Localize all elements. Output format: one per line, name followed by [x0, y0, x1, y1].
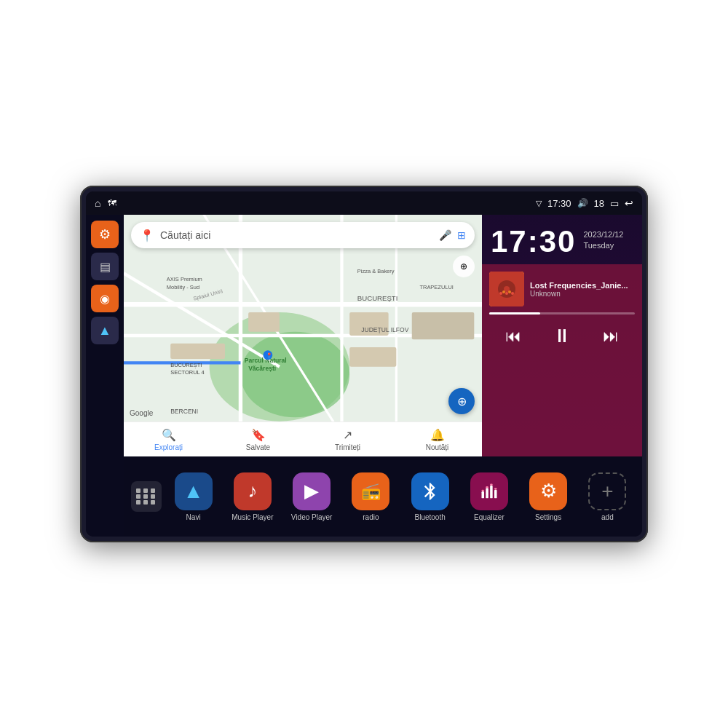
svg-rect-13 — [170, 344, 225, 359]
right-panel: 17:30 2023/12/12 Tuesday — [482, 215, 642, 456]
maps-status-icon[interactable]: 🗺 — [108, 198, 116, 208]
svg-text:AXIS Premium: AXIS Premium — [167, 276, 202, 282]
app-bluetooth[interactable]: Bluetooth — [403, 472, 457, 521]
video-player-label: Video Player — [291, 513, 333, 521]
apps-icon: ▤ — [100, 260, 111, 274]
svg-point-36 — [508, 290, 511, 293]
svg-text:Mobility - Sud: Mobility - Sud — [167, 284, 199, 290]
all-apps-button[interactable] — [131, 481, 162, 512]
home-icon[interactable]: ⌂ — [95, 197, 100, 209]
svg-point-2 — [240, 332, 349, 418]
music-player-label: Music Player — [232, 513, 273, 521]
saved-label: Salvate — [246, 443, 270, 451]
music-progress-bar[interactable] — [489, 312, 635, 314]
mic-icon[interactable]: 🎤 — [439, 229, 451, 241]
svg-text:SECTORUL 4: SECTORUL 4 — [170, 369, 205, 376]
battery-number: 18 — [594, 198, 604, 209]
clock-time: 17:30 — [491, 226, 576, 257]
svg-rect-39 — [486, 488, 488, 498]
svg-text:BUCUREȘTI: BUCUREȘTI — [357, 294, 398, 302]
map-nav-send[interactable]: ↗ Trimiteți — [303, 428, 392, 451]
map-nav-news[interactable]: 🔔 Noutăți — [392, 428, 482, 451]
video-player-icon: ▶ — [304, 480, 319, 502]
sidebar-nav-btn[interactable]: ▲ — [91, 317, 119, 344]
navi-icon-box: ▲ — [175, 472, 213, 510]
saved-icon: 🔖 — [251, 428, 266, 442]
prev-button[interactable]: ⏮ — [499, 324, 527, 349]
map-nav-explore[interactable]: 🔍 Explorați — [124, 428, 213, 451]
sidebar-apps-btn[interactable]: ▤ — [91, 253, 119, 280]
svg-point-35 — [505, 292, 508, 295]
radio-label: radio — [363, 513, 379, 521]
app-grid-section: ▲ Navi ♪ Music Player ▶ — [124, 456, 642, 537]
grid-dots-icon — [136, 488, 157, 505]
bluetooth-label: Bluetooth — [414, 513, 445, 521]
explore-icon: 🔍 — [162, 428, 176, 442]
svg-text:BERCENI: BERCENI — [170, 408, 198, 415]
next-button[interactable]: ⏭ — [597, 324, 625, 349]
svg-rect-40 — [490, 485, 493, 498]
status-right: ▽ 17:30 🔊 18 ▭ ↩ — [536, 197, 633, 209]
add-icon-box: + — [588, 472, 626, 510]
music-player-icon: ♪ — [248, 480, 257, 502]
app-settings[interactable]: ⚙ Settings — [521, 472, 576, 521]
svg-text:TRAPEZULUI: TRAPEZULUI — [419, 284, 453, 290]
sidebar-map-btn[interactable]: ◉ — [91, 285, 119, 312]
music-player-icon-box: ♪ — [234, 472, 272, 510]
add-label: add — [601, 513, 614, 521]
svg-point-37 — [511, 292, 514, 295]
pause-button[interactable]: ⏸ — [547, 322, 577, 350]
map-svg: BUCUREȘTI JUDEȚUL ILFOV BERCENI BUCUREȘT… — [124, 215, 482, 456]
app-radio[interactable]: 📻 radio — [344, 472, 398, 521]
map-bottom-nav: 🔍 Explorați 🔖 Salvate ↗ Trimiteți — [124, 422, 482, 456]
target-icon: ⊕ — [457, 395, 467, 408]
device-frame: ⌂ 🗺 ▽ 17:30 🔊 18 ▭ ↩ ⚙ ▤ — [80, 186, 648, 542]
location-fab-btn[interactable]: ⊕ — [448, 388, 475, 414]
news-label: Noutăți — [426, 443, 449, 451]
music-info: Lost Frequencies_Janie... Unknown — [489, 272, 635, 306]
equalizer-label: Equalizer — [474, 513, 505, 521]
status-time: 17:30 — [547, 198, 571, 209]
bluetooth-icon-box — [411, 472, 449, 510]
app-music-player[interactable]: ♪ Music Player — [225, 472, 280, 521]
svg-rect-38 — [481, 491, 484, 498]
search-input-text[interactable]: Căutați aici — [160, 229, 433, 241]
settings-label: Settings — [535, 513, 561, 521]
album-art — [489, 272, 524, 306]
progress-fill — [489, 312, 540, 314]
svg-text:BUCUREȘTI: BUCUREȘTI — [170, 362, 202, 368]
music-section: Lost Frequencies_Janie... Unknown ⏮ ⏸ ⏭ — [482, 264, 642, 456]
svg-text:Pizza & Bakery: Pizza & Bakery — [357, 268, 395, 274]
equalizer-svg-icon — [479, 481, 499, 502]
map-right-row: BUCUREȘTI JUDEȚUL ILFOV BERCENI BUCUREȘT… — [124, 215, 642, 456]
send-label: Trimiteți — [335, 443, 360, 451]
clock-date: 2023/12/12 Tuesday — [583, 226, 623, 252]
map-area[interactable]: BUCUREȘTI JUDEȚUL ILFOV BERCENI BUCUREȘT… — [124, 215, 482, 456]
grid-icon[interactable]: ⊞ — [457, 229, 466, 241]
svg-rect-45 — [494, 488, 497, 489]
svg-text:Văcărești: Văcărești — [248, 365, 276, 372]
status-bar: ⌂ 🗺 ▽ 17:30 🔊 18 ▭ ↩ — [86, 191, 642, 215]
settings-icon-box: ⚙ — [529, 472, 567, 510]
wifi-icon: ▽ — [536, 199, 542, 208]
map-compass[interactable]: ⊕ — [453, 256, 475, 277]
svg-point-33 — [499, 292, 502, 295]
app-add[interactable]: + add — [580, 472, 635, 521]
settings-icon: ⚙ — [540, 480, 557, 502]
app-video-player[interactable]: ▶ Video Player — [285, 472, 339, 521]
google-label: Google — [130, 409, 153, 417]
svg-rect-41 — [494, 489, 497, 498]
volume-icon: 🔊 — [577, 198, 588, 208]
svg-rect-44 — [490, 483, 493, 485]
map-search-bar[interactable]: 📍 Căutați aici 🎤 ⊞ — [131, 222, 475, 248]
app-equalizer[interactable]: Equalizer — [462, 472, 516, 521]
clock-day-text: Tuesday — [583, 240, 623, 251]
back-icon[interactable]: ↩ — [625, 197, 633, 209]
app-navi[interactable]: ▲ Navi — [166, 472, 221, 521]
clock-section: 17:30 2023/12/12 Tuesday — [482, 215, 642, 264]
map-nav-saved[interactable]: 🔖 Salvate — [213, 428, 303, 451]
sidebar-settings-btn[interactable]: ⚙ — [91, 221, 119, 248]
clock-date-text: 2023/12/12 — [583, 229, 623, 240]
news-icon: 🔔 — [430, 428, 445, 442]
navi-label: Navi — [186, 513, 201, 521]
